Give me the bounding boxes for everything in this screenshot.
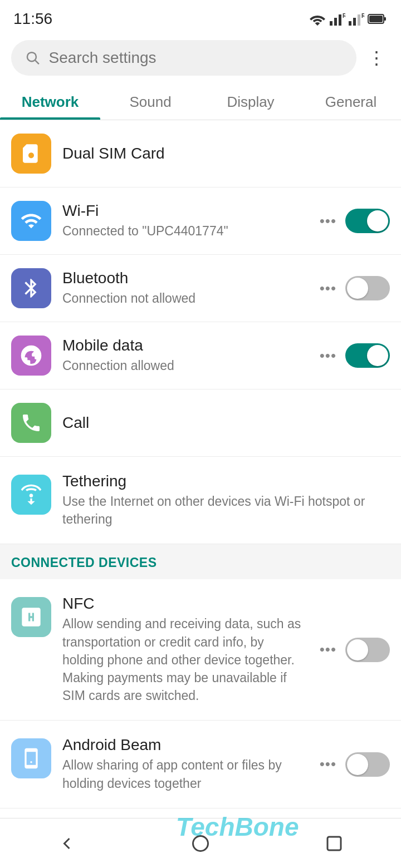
home-button[interactable]	[184, 827, 217, 860]
back-button[interactable]	[50, 827, 84, 860]
list-item[interactable]: NFC Allow sending and receiving data, su…	[0, 579, 401, 721]
battery-icon	[368, 12, 388, 26]
bluetooth-subtitle: Connection not allowed	[62, 289, 309, 307]
svg-rect-4	[349, 21, 351, 26]
tethering-icon-bg	[11, 475, 51, 515]
list-item[interactable]: Call	[0, 389, 401, 457]
bluetooth-icon	[20, 277, 42, 299]
search-icon	[25, 49, 41, 67]
search-bar-row: ⋮	[0, 33, 401, 82]
list-item[interactable]: Tethering Use the Internet on other devi…	[0, 457, 401, 544]
search-bar[interactable]	[11, 40, 356, 76]
mobile-data-title: Mobile data	[62, 337, 309, 354]
tethering-subtitle: Use the Internet on other devices via Wi…	[62, 492, 390, 528]
svg-rect-5	[353, 18, 356, 26]
bluetooth-actions: •••	[320, 276, 390, 300]
tethering-icon	[20, 484, 42, 506]
android-beam-actions: •••	[320, 752, 390, 777]
signal-icon-1: R	[330, 12, 345, 26]
dual-sim-text: Dual SIM Card	[62, 145, 390, 162]
tab-sound[interactable]: Sound	[100, 82, 200, 120]
android-beam-text: Android Beam Allow sharing of app conten…	[62, 736, 309, 792]
call-title: Call	[62, 414, 390, 432]
connected-devices-label: CONNECTED DEVICES	[11, 555, 157, 570]
search-input[interactable]	[49, 49, 343, 67]
nfc-icon	[20, 606, 42, 628]
signal-icon-2: R	[349, 12, 364, 26]
wifi-status-icon	[309, 12, 326, 26]
tab-general[interactable]: General	[301, 82, 401, 120]
bluetooth-title: Bluetooth	[62, 269, 309, 287]
settings-tabs: Network Sound Display General	[0, 82, 401, 120]
tethering-text: Tethering Use the Internet on other devi…	[62, 472, 390, 528]
mobile-data-subtitle: Connection allowed	[62, 357, 309, 374]
svg-rect-6	[358, 14, 360, 26]
mobile-data-icon	[20, 344, 42, 367]
tethering-title: Tethering	[62, 472, 390, 490]
sim-card-icon	[20, 142, 42, 165]
wifi-actions: •••	[320, 209, 390, 233]
mobile-data-icon-bg	[11, 336, 51, 376]
list-item[interactable]: Bluetooth Connection not allowed •••	[0, 255, 401, 322]
android-beam-toggle[interactable]	[345, 752, 390, 777]
dual-sim-icon-bg	[11, 134, 51, 174]
mobile-data-toggle[interactable]	[345, 343, 390, 368]
back-icon	[57, 834, 77, 854]
settings-list: Dual SIM Card Wi-Fi Connected to "UPC440…	[0, 120, 401, 544]
android-beam-icon-bg	[11, 738, 51, 778]
svg-point-11	[27, 52, 36, 61]
call-text: Call	[62, 414, 390, 432]
wifi-more-button[interactable]: •••	[320, 213, 336, 230]
wifi-text: Wi-Fi Connected to "UPC4401774"	[62, 202, 309, 240]
bottom-nav	[0, 818, 401, 868]
bluetooth-more-button[interactable]: •••	[320, 280, 336, 297]
mobile-data-actions: •••	[320, 343, 390, 368]
svg-line-12	[35, 60, 39, 64]
android-beam-subtitle: Allow sharing of app content or files by…	[62, 756, 309, 792]
svg-rect-0	[330, 21, 332, 26]
dual-sim-title: Dual SIM Card	[62, 145, 390, 162]
status-icons: R R	[309, 12, 388, 26]
wifi-icon-bg	[11, 201, 51, 241]
mobile-data-text: Mobile data Connection allowed	[62, 337, 309, 374]
wifi-toggle[interactable]	[345, 209, 390, 233]
wifi-subtitle: Connected to "UPC4401774"	[62, 222, 309, 240]
nfc-more-button[interactable]: •••	[320, 641, 336, 658]
svg-rect-1	[334, 18, 337, 26]
tab-display[interactable]: Display	[200, 82, 301, 120]
recents-icon	[324, 834, 344, 854]
android-beam-more-button[interactable]: •••	[320, 756, 336, 773]
status-bar: 11:56 R R	[0, 0, 401, 33]
tab-network[interactable]: Network	[0, 82, 100, 120]
nfc-subtitle: Allow sending and receiving data, such a…	[62, 615, 309, 704]
bluetooth-icon-bg	[11, 268, 51, 308]
list-item[interactable]: Mobile data Connection allowed •••	[0, 322, 401, 389]
recents-button[interactable]	[317, 827, 351, 860]
svg-text:R: R	[361, 13, 364, 19]
svg-rect-9	[384, 17, 386, 21]
svg-rect-10	[369, 16, 383, 22]
svg-rect-2	[339, 14, 341, 26]
nfc-text: NFC Allow sending and receiving data, su…	[62, 595, 309, 704]
wifi-icon	[20, 210, 42, 232]
wifi-title: Wi-Fi	[62, 202, 309, 220]
nfc-toggle[interactable]	[345, 638, 390, 662]
bluetooth-toggle[interactable]	[345, 276, 390, 300]
nfc-title: NFC	[62, 595, 309, 613]
connected-devices-list: NFC Allow sending and receiving data, su…	[0, 579, 401, 858]
mobile-data-more-button[interactable]: •••	[320, 347, 336, 364]
more-options-button[interactable]: ⋮	[363, 43, 390, 73]
list-item[interactable]: Wi-Fi Connected to "UPC4401774" •••	[0, 188, 401, 255]
svg-point-14	[193, 836, 208, 851]
home-icon	[190, 834, 211, 854]
android-beam-title: Android Beam	[62, 736, 309, 754]
call-icon-bg	[11, 403, 51, 443]
bluetooth-text: Bluetooth Connection not allowed	[62, 269, 309, 307]
call-icon	[20, 412, 42, 434]
status-time: 11:56	[13, 10, 52, 28]
svg-rect-15	[327, 837, 341, 850]
list-item[interactable]: Dual SIM Card	[0, 120, 401, 188]
nfc-actions: •••	[320, 638, 390, 662]
svg-text:R: R	[343, 13, 345, 19]
list-item[interactable]: Android Beam Allow sharing of app conten…	[0, 721, 401, 808]
